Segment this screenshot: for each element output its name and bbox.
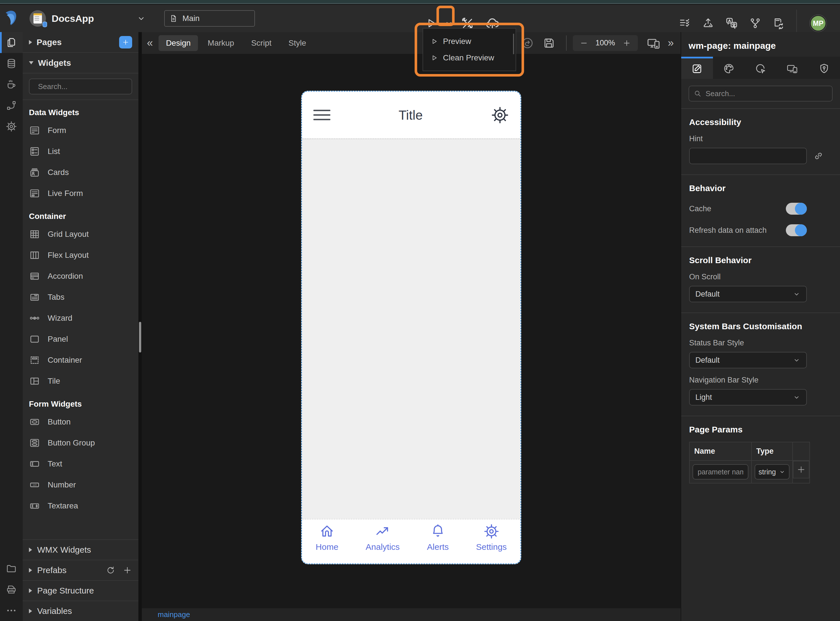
git-branch-icon[interactable] [749, 17, 761, 29]
file-sync-icon[interactable] [772, 17, 785, 29]
number-input-icon: 123 [29, 479, 40, 491]
tab-styles[interactable] [713, 57, 745, 79]
nav-item-settings[interactable]: Settings [476, 524, 507, 552]
zoom-in-button[interactable] [622, 39, 631, 47]
refresh-data-toggle[interactable] [786, 224, 807, 236]
tab-security[interactable] [808, 57, 840, 79]
widget-item-wizard[interactable]: Wizard [23, 307, 138, 329]
hint-label: Hint [689, 135, 832, 143]
add-prefab-icon[interactable] [123, 565, 132, 575]
page-params-title: Page Params [689, 425, 832, 435]
rail-item-settings[interactable] [0, 116, 23, 137]
widget-item-text[interactable]: Text [23, 453, 138, 474]
widget-item-number[interactable]: 123 Number [23, 474, 138, 495]
cache-toggle[interactable] [786, 203, 807, 215]
rail-item-logs[interactable]: LOG [0, 579, 23, 600]
widget-item-cards[interactable]: Cards [23, 162, 138, 183]
on-scroll-select[interactable]: Default [689, 286, 807, 302]
properties-panel: wm-page: mainpage [681, 32, 840, 621]
panel-resize-gutter[interactable] [138, 32, 142, 621]
hamburger-menu-icon[interactable] [313, 110, 330, 120]
export-deploy-icon[interactable] [702, 17, 714, 29]
palette-icon [723, 63, 735, 74]
design-canvas[interactable]: Title Home Analytics [142, 54, 681, 608]
device-preview-icon[interactable] [646, 36, 661, 50]
rail-item-more[interactable] [0, 600, 23, 621]
rail-item-apis[interactable] [0, 95, 23, 116]
widget-item-form[interactable]: Form [23, 120, 138, 141]
tab-design[interactable]: Design [159, 35, 198, 51]
checklist-icon[interactable] [679, 17, 691, 29]
rail-item-pages[interactable] [0, 32, 23, 53]
expand-right-panel-button[interactable]: » [666, 37, 679, 49]
widget-item-button[interactable]: Button [23, 412, 138, 432]
tab-markup[interactable]: Markup [200, 35, 241, 51]
widget-item-list[interactable]: List [23, 141, 138, 162]
tab-script[interactable]: Script [244, 35, 279, 51]
bind-link-icon[interactable] [813, 151, 824, 161]
zoom-out-button[interactable] [580, 39, 588, 47]
nav-item-analytics[interactable]: Analytics [366, 524, 400, 552]
section-wmx-widgets[interactable]: WMX Widgets [23, 539, 138, 560]
page-selector-dropdown[interactable]: Main [164, 10, 255, 27]
cards-icon [29, 167, 40, 178]
tab-style[interactable]: Style [281, 35, 313, 51]
widget-item-live-form[interactable]: Live Form [23, 183, 138, 204]
hint-input[interactable] [689, 148, 807, 164]
nav-item-home[interactable]: Home [316, 524, 338, 552]
tab-devices[interactable] [776, 57, 808, 79]
widget-item-grid-layout[interactable]: Grid Layout [23, 224, 138, 245]
widget-item-flex-layout[interactable]: Flex Layout [23, 245, 138, 266]
section-variables[interactable]: Variables [23, 601, 138, 621]
rail-item-files[interactable] [0, 558, 23, 579]
phone-page-content[interactable] [302, 138, 521, 519]
rail-item-java-services[interactable] [0, 74, 23, 95]
chevron-down-icon [793, 290, 801, 298]
add-page-button[interactable] [119, 36, 132, 48]
user-avatar[interactable]: MP [810, 15, 826, 32]
navigation-bar-style-select[interactable]: Light [689, 389, 807, 406]
status-breadcrumb-page[interactable]: mainpage [158, 610, 190, 619]
tab-events[interactable] [745, 57, 776, 79]
nav-label: Settings [476, 542, 507, 552]
text-input-icon [29, 458, 40, 470]
param-type-select[interactable]: string [755, 464, 790, 480]
menu-item-clean-preview[interactable]: Clean Preview [430, 53, 516, 62]
preview-dropdown-menu: Preview Clean Preview [422, 28, 516, 71]
widget-item-accordion[interactable]: Accordion [23, 266, 138, 287]
properties-search [689, 86, 832, 101]
zoom-control: 100% [573, 35, 638, 51]
status-bar-style-select[interactable]: Default [689, 352, 807, 368]
properties-search-input[interactable] [705, 89, 828, 98]
add-param-button[interactable] [796, 465, 806, 474]
tab-properties[interactable] [681, 57, 713, 79]
phone-mockup[interactable]: Title Home Analytics [301, 91, 521, 564]
page-params-section: Page Params Name Type string [681, 416, 840, 494]
menu-scrollbar[interactable] [513, 34, 514, 54]
param-name-input[interactable] [693, 464, 748, 480]
menu-item-preview[interactable]: Preview [430, 37, 516, 46]
app-icon[interactable] [29, 10, 46, 27]
translate-icon[interactable] [725, 17, 738, 30]
panel-scrollbar-thumb[interactable] [139, 322, 141, 353]
section-prefabs[interactable]: Prefabs [23, 560, 138, 580]
section-page-structure[interactable]: Page Structure [23, 580, 138, 601]
nav-item-alerts[interactable]: Alerts [427, 524, 449, 552]
app-switcher-chevron-icon[interactable] [136, 14, 146, 23]
refresh-prefabs-icon[interactable] [106, 565, 115, 575]
phone-page-title[interactable]: Title [330, 108, 491, 123]
widget-item-container[interactable]: Container [23, 350, 138, 371]
widget-item-tabs[interactable]: Tabs [23, 287, 138, 307]
phone-header-gear-icon[interactable] [491, 106, 509, 124]
widget-item-panel[interactable]: Panel [23, 329, 138, 350]
widget-item-tile[interactable]: Tile [23, 371, 138, 392]
widgets-search-input[interactable] [38, 82, 133, 91]
widget-item-textarea[interactable]: Textarea [23, 495, 138, 516]
rail-item-database[interactable] [0, 53, 23, 74]
widgets-section-header[interactable]: Widgets [23, 53, 138, 73]
widget-item-button-group[interactable]: Button Group [23, 432, 138, 453]
pages-section-header[interactable]: Pages [23, 32, 138, 53]
save-icon[interactable] [542, 36, 555, 50]
collapse-left-panel-button[interactable]: « [144, 37, 156, 49]
chevron-right-icon [29, 568, 32, 573]
